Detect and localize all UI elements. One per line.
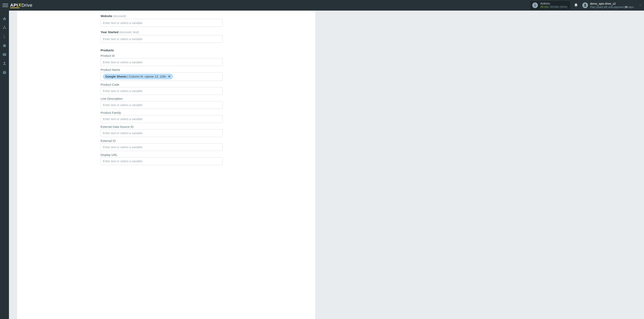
form-card: Website (Account)Year Started (Account, … — [17, 10, 315, 319]
svg-rect-2 — [5, 28, 6, 29]
variable-text-input[interactable] — [103, 37, 220, 41]
subfield-label: External Data Source ID — [100, 125, 223, 128]
subfield-label: Product Id — [100, 54, 223, 58]
variable-text-input[interactable] — [103, 21, 220, 25]
nav-work[interactable] — [0, 41, 9, 50]
home-icon — [2, 17, 6, 21]
dollar-icon — [2, 34, 6, 39]
svg-rect-0 — [4, 26, 5, 27]
actions-percent: (50%) — [560, 5, 567, 8]
youtube-icon — [2, 52, 6, 56]
info-icon: i — [532, 2, 538, 8]
variable-input[interactable] — [100, 87, 223, 95]
subfield-label: Product Code — [100, 83, 223, 86]
subfield-label: Product Name — [100, 68, 223, 72]
app-header: API X Drive i Actions: 25'151 /50'000 (5… — [0, 0, 644, 10]
variable-input[interactable] — [100, 19, 223, 27]
subfield-label: Line Description — [100, 97, 223, 100]
variable-input[interactable] — [100, 58, 223, 66]
field-label: Year Started (Account, text) — [100, 30, 223, 34]
field-label: Website (Account) — [100, 14, 223, 18]
variable-text-input[interactable] — [103, 131, 220, 135]
help-icon — [2, 70, 6, 74]
nav-home[interactable] — [0, 14, 9, 23]
logo-text-drive: Drive — [22, 3, 32, 8]
chevron-down-icon — [639, 4, 642, 7]
logo-text-x: X — [18, 2, 21, 8]
subfield-label: Product Family — [100, 111, 223, 114]
nav-help[interactable] — [0, 68, 9, 77]
sidebar — [0, 10, 9, 319]
subfield-label: External ID — [100, 139, 223, 142]
user-plan: Plan |Start| left until payment 29 days — [590, 6, 634, 9]
briefcase-icon — [2, 44, 6, 48]
avatar-icon — [582, 2, 588, 8]
logo-text-api: API — [10, 3, 18, 8]
variable-text-input[interactable] — [103, 145, 220, 149]
nav-videos[interactable] — [0, 50, 9, 59]
user-name: demo_apix-drive_s2 — [590, 2, 634, 6]
sitemap-icon — [2, 26, 6, 30]
variable-text-input[interactable] — [103, 103, 220, 107]
nav-account[interactable] — [0, 59, 9, 68]
user-icon — [2, 62, 6, 66]
variable-text-input[interactable] — [103, 117, 220, 121]
user-menu[interactable]: demo_apix-drive_s2 Plan |Start| left unt… — [582, 2, 642, 8]
products-section-title: Products — [100, 48, 223, 52]
nav-connections[interactable] — [0, 23, 9, 32]
actions-counter[interactable]: i Actions: 25'151 /50'000 (50%) — [530, 1, 570, 10]
variable-text-input[interactable] — [103, 160, 220, 163]
variable-chip[interactable]: Google Sheets | Column N: «Ipone 13, 128… — [103, 74, 173, 80]
variable-input[interactable] — [100, 129, 223, 137]
actions-limit: 50'000 — [550, 5, 559, 8]
variable-input[interactable] — [100, 35, 223, 43]
variable-text-input[interactable] — [103, 89, 220, 93]
nav-billing[interactable] — [0, 32, 9, 41]
menu-toggle-button[interactable] — [2, 2, 8, 8]
main-area: Website (Account)Year Started (Account, … — [9, 10, 644, 319]
logo[interactable]: API X Drive — [10, 3, 32, 8]
variable-input[interactable] — [100, 143, 223, 151]
subfield-label: Display URL — [100, 153, 223, 156]
variable-input[interactable] — [100, 115, 223, 123]
svg-rect-1 — [3, 28, 4, 29]
actions-used: 25'151 — [540, 5, 549, 8]
variable-input[interactable] — [100, 157, 223, 165]
variable-input[interactable] — [100, 101, 223, 109]
notifications-icon[interactable] — [574, 3, 578, 8]
actions-label: Actions: — [540, 2, 567, 5]
chip-remove-icon[interactable]: ✕ — [167, 74, 172, 78]
variable-input[interactable]: Google Sheets | Column N: «Ipone 13, 128… — [100, 72, 223, 81]
variable-text-input[interactable] — [103, 60, 220, 64]
